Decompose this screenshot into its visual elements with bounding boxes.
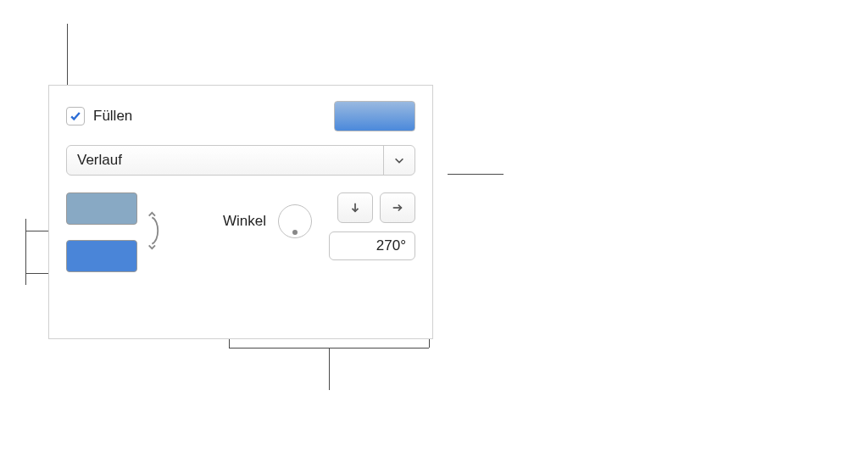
- gradient-stop-1[interactable]: [66, 192, 137, 225]
- fill-header-row: Füllen: [66, 101, 415, 131]
- angle-right-column: 270°: [329, 192, 415, 260]
- fill-panel: Füllen Verlauf Winkel: [48, 85, 433, 339]
- gradient-stop-2[interactable]: [66, 240, 137, 272]
- direction-down-button[interactable]: [337, 192, 373, 223]
- callout-line: [25, 273, 26, 285]
- swap-stops-button[interactable]: [146, 209, 164, 255]
- callout-line: [25, 219, 26, 231]
- fill-type-dropdown[interactable]: Verlauf: [66, 145, 415, 176]
- angle-dial-indicator: [292, 230, 298, 235]
- fill-type-selected: Verlauf: [67, 152, 132, 169]
- callout-line: [25, 231, 26, 273]
- angle-label: Winkel: [223, 213, 266, 230]
- direction-buttons: [337, 192, 415, 223]
- callout-line: [329, 348, 330, 390]
- arrow-right-icon: [392, 202, 403, 214]
- gradient-stops: [66, 192, 164, 272]
- fill-label: Füllen: [93, 108, 132, 125]
- chevron-down-icon: [393, 154, 405, 166]
- angle-group: Winkel: [181, 204, 312, 238]
- dropdown-arrow: [383, 146, 415, 175]
- angle-value: 270°: [376, 237, 406, 254]
- angle-input[interactable]: 270°: [329, 231, 415, 260]
- arrow-down-icon: [349, 202, 361, 214]
- swap-arrows-icon: [146, 209, 164, 252]
- angle-dial[interactable]: [278, 204, 312, 238]
- gradient-controls: Winkel 270°: [66, 192, 415, 272]
- callout-line: [448, 174, 504, 175]
- direction-right-button[interactable]: [380, 192, 415, 223]
- fill-preview-swatch[interactable]: [334, 101, 415, 131]
- check-icon: [70, 110, 81, 122]
- callout-line: [67, 24, 68, 85]
- fill-checkbox[interactable]: [66, 107, 85, 125]
- fill-toggle-group: Füllen: [66, 107, 132, 125]
